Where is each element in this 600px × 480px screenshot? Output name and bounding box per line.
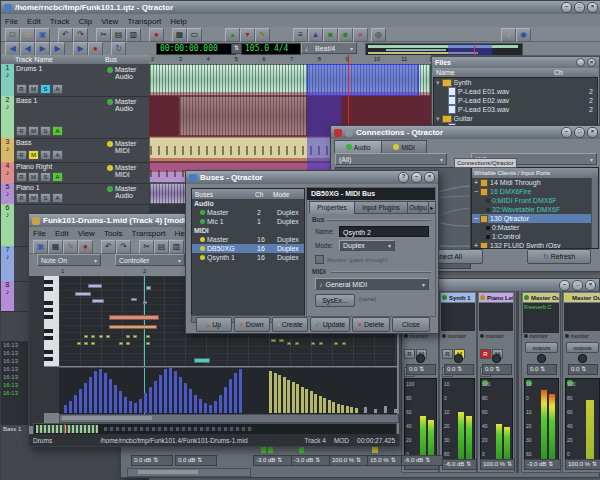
velocity-bar[interactable] xyxy=(219,395,222,413)
velocity-bar[interactable] xyxy=(94,371,97,413)
velocity-bar[interactable] xyxy=(189,389,192,413)
create-button[interactable]: ▪Create xyxy=(272,317,308,332)
velocity-bar[interactable] xyxy=(364,407,367,413)
track-number-cell[interactable]: 8♪ xyxy=(1,281,14,311)
tab-scroll-arrow[interactable]: ▸ xyxy=(428,201,436,214)
velocity-bar[interactable] xyxy=(69,401,72,413)
midi-note[interactable] xyxy=(106,335,110,338)
black-key[interactable] xyxy=(44,280,53,284)
menu-track[interactable]: Track xyxy=(50,17,70,26)
velocity-bar[interactable] xyxy=(154,381,157,413)
midi-note[interactable] xyxy=(126,342,130,345)
automation-button[interactable]: A xyxy=(52,193,63,203)
tree-scrollbar[interactable] xyxy=(591,178,598,248)
track-row[interactable]: 1♪ Drums 1 RMSA MasterAudio xyxy=(1,64,149,97)
record-button[interactable]: R xyxy=(16,172,27,182)
client-row[interactable]: +132 FLUID Synth (Qsy xyxy=(472,241,598,249)
velocity-bar[interactable] xyxy=(310,391,313,413)
velocity-bar[interactable] xyxy=(74,395,77,413)
velocity-bar[interactable] xyxy=(319,396,322,413)
gain-spin[interactable]: 0.0⇅ xyxy=(444,364,474,375)
pan-knob[interactable] xyxy=(537,354,546,363)
velocity-bar[interactable] xyxy=(278,375,281,413)
velocity-bar[interactable] xyxy=(114,385,117,413)
move-down-button[interactable]: ▾Down xyxy=(234,317,270,332)
velocity-bar[interactable] xyxy=(84,383,87,413)
pan-knob[interactable] xyxy=(454,354,463,363)
midi-note[interactable] xyxy=(99,335,103,338)
input-ports-header[interactable]: Writable Clients / Input Ports xyxy=(472,168,598,178)
velocity-bar[interactable] xyxy=(394,409,397,413)
midi-note[interactable] xyxy=(271,339,276,342)
menu-clip[interactable]: Clip xyxy=(78,17,92,26)
close-button[interactable]: × xyxy=(587,127,598,138)
delete-button[interactable]: ×Delete xyxy=(352,317,390,332)
track-monitor-icon[interactable]: ■ xyxy=(323,28,338,42)
port-row[interactable]: 0:MIDI Front DMX6F xyxy=(472,196,598,205)
midi-note[interactable] xyxy=(131,298,137,301)
volume-value[interactable]: 15.0 %⇅ xyxy=(367,455,405,466)
velocity-bar[interactable] xyxy=(234,373,237,413)
new-session-icon[interactable]: □ xyxy=(5,28,20,42)
main-titlebar[interactable]: /home/rncbc/tmp/Funk101.1.qtz - Qtractor… xyxy=(1,1,600,14)
record-button[interactable]: R xyxy=(16,126,27,136)
midi-note[interactable] xyxy=(91,335,95,338)
piano-keys[interactable] xyxy=(44,276,59,366)
connections-titlebar[interactable]: Connections - Qtractor –□× xyxy=(331,126,600,139)
close-button[interactable]: × xyxy=(424,172,435,183)
track-number-cell[interactable]: 7♪ xyxy=(1,246,14,281)
bus-row[interactable]: Qsynth 116Duplex xyxy=(192,253,304,262)
velocity-bar[interactable] xyxy=(104,373,107,413)
sysex-button[interactable]: SysEx... xyxy=(315,294,355,307)
velocity-bar[interactable] xyxy=(346,406,349,413)
midi-note[interactable] xyxy=(279,339,284,342)
client-row[interactable]: +14 Midi Through xyxy=(472,178,598,187)
forward-icon[interactable]: ▶ xyxy=(35,42,50,56)
metronome-icon[interactable]: ■ xyxy=(338,28,353,42)
record-button[interactable]: R xyxy=(16,193,27,203)
velocity-bar[interactable] xyxy=(323,398,326,413)
options-gear-icon[interactable]: ◎ xyxy=(371,28,386,42)
velocity-bar[interactable] xyxy=(184,383,187,413)
connections-icon[interactable]: ▲ xyxy=(308,28,323,42)
velocity-bar[interactable] xyxy=(328,400,331,413)
move-up-button[interactable]: ▴Up xyxy=(196,317,232,332)
velocity-bar[interactable] xyxy=(287,380,290,413)
instrument-combo[interactable]: ♪General MIDI▾ xyxy=(315,278,429,290)
menu-view[interactable]: View xyxy=(101,17,118,26)
automation-button[interactable]: A xyxy=(52,150,63,160)
plugin-list[interactable]: Freeverb C xyxy=(523,303,559,333)
menu-file[interactable]: File xyxy=(33,229,46,238)
midi-note[interactable] xyxy=(146,342,150,345)
input-ports-tree[interactable]: Writable Clients / Input Ports +14 Midi … xyxy=(471,167,599,249)
time-display[interactable]: 00:00:00.000 xyxy=(156,43,236,55)
paste-icon[interactable]: ▥ xyxy=(169,240,184,254)
midi-note[interactable] xyxy=(84,342,88,345)
black-key[interactable] xyxy=(44,336,53,340)
edit-clip-icon[interactable]: ✎ xyxy=(255,28,270,42)
mixer-strip[interactable]: Synth 1 monitor RMS 0.0⇅ 10010203060 -6.… xyxy=(439,291,477,473)
midi-note[interactable] xyxy=(92,299,104,303)
minimize-button[interactable]: – xyxy=(561,2,572,13)
mixer-scrollbar[interactable] xyxy=(127,468,251,477)
velocity-lane[interactable] xyxy=(59,367,397,414)
folder-row[interactable]: ▾Synth xyxy=(434,78,597,87)
gain-value[interactable]: 0.0 dB⇅ xyxy=(131,455,173,466)
rewind-start-icon[interactable]: ◀ xyxy=(5,42,20,56)
plugin-list[interactable] xyxy=(479,303,513,331)
black-key[interactable] xyxy=(44,287,53,291)
monitor-row[interactable]: monitor xyxy=(565,333,589,339)
files-float-button[interactable] xyxy=(576,58,585,67)
midi-note[interactable] xyxy=(109,325,157,329)
mute-button[interactable]: M xyxy=(28,84,39,94)
close-button[interactable]: Close xyxy=(392,317,430,332)
update-button[interactable]: ✓Update xyxy=(310,317,350,332)
automation-button[interactable]: A xyxy=(52,84,63,94)
velocity-bar[interactable] xyxy=(224,387,227,413)
mute-button[interactable]: M xyxy=(28,126,39,136)
track-number-cell[interactable]: 5♪ xyxy=(1,183,14,204)
midi-note[interactable] xyxy=(287,342,291,345)
outputs-button[interactable]: outputs xyxy=(566,342,599,353)
track-row[interactable]: 4♪ Piano Right RMSA MasterMIDI xyxy=(1,162,149,184)
velocity-bar[interactable] xyxy=(99,369,102,413)
